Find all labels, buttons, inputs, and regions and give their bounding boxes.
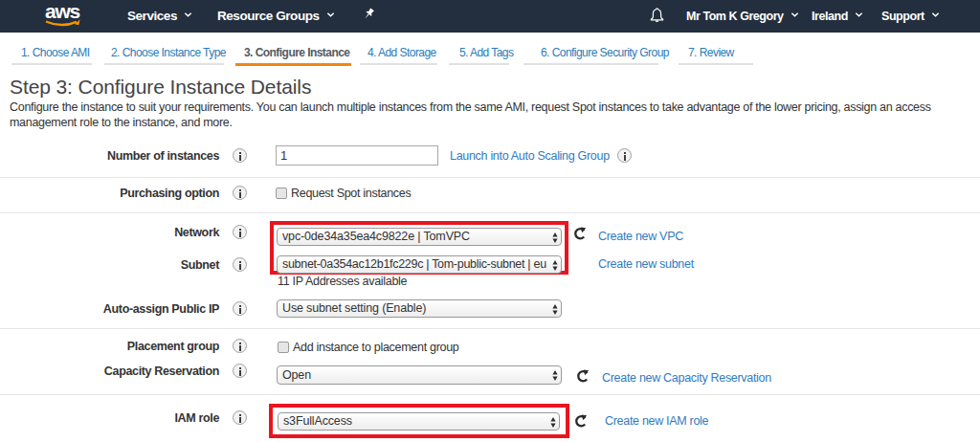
svg-text:aws: aws [45,3,80,22]
